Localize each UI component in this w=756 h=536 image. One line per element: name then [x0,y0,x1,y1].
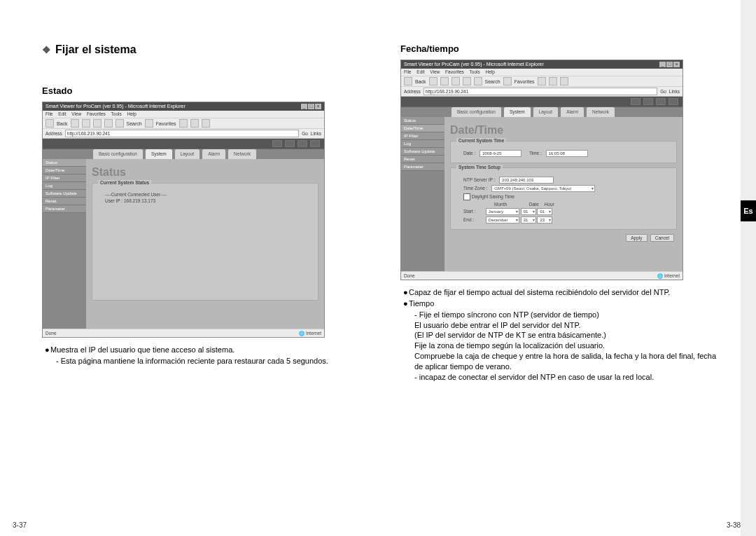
mail-icon[interactable] [549,77,557,85]
status-done: Done [404,273,415,278]
sidebar-item-parameter[interactable]: Parameter [401,163,444,171]
end-date-select[interactable]: 31 [521,217,536,224]
sidebar-item-status[interactable]: Status [401,117,444,125]
refresh-icon[interactable] [451,77,460,85]
right-page: Fecha/tiempo Smart Viewer for ProCam (ve… [393,14,743,383]
start-hour-select[interactable]: 01 [537,208,552,215]
sidebar-item-log[interactable]: Log [401,140,444,148]
bullet-dot: ● [403,287,409,298]
print-icon[interactable] [202,119,210,128]
banner-icon [643,98,653,105]
tab-alarm[interactable]: Alarm [561,107,584,117]
mail-icon[interactable] [190,119,199,128]
stop-icon[interactable] [82,119,90,128]
print-icon[interactable] [560,77,568,85]
sidebar: Status Date/Time IP Filter Log Software … [401,117,444,273]
ie-statusbar: Done 🌐 Internet [43,329,324,337]
start-month-select[interactable]: January [486,208,519,215]
bullet-dot: ● [45,345,50,355]
links-label[interactable]: Links [311,131,321,136]
end-month-select[interactable]: December [486,217,519,224]
tab-layout[interactable]: Layout [175,149,200,159]
search-label[interactable]: Search [485,79,500,84]
status-group: Current System Status ----Current Connec… [92,183,318,301]
back-icon[interactable] [404,77,412,85]
search-icon[interactable] [115,119,124,128]
address-input[interactable]: http://168.219.90.241 [424,88,657,95]
top-tabs: Basic configuration System Layout Alarm … [43,149,324,159]
tab-network[interactable]: Network [587,107,615,117]
favorites-icon[interactable] [145,119,153,128]
ntp-input[interactable]: 203.248.240.103 [499,177,554,184]
tab-layout[interactable]: Layout [533,107,559,117]
menu-file[interactable]: File [404,69,411,74]
back-label[interactable]: Back [57,121,68,126]
sidebar-item-ipfilter[interactable]: IP Filter [43,174,86,182]
refresh-icon[interactable] [93,119,102,128]
search-label[interactable]: Search [127,121,142,126]
forward-icon[interactable] [429,77,438,85]
tab-system[interactable]: System [504,107,531,117]
menu-edit[interactable]: Edit [58,111,66,116]
close-icon[interactable]: × [315,104,321,109]
back-icon[interactable] [46,119,54,128]
home-icon[interactable] [463,77,471,85]
address-label: Address [404,89,421,94]
tab-alarm[interactable]: Alarm [202,149,225,159]
sidebar-item-ipfilter[interactable]: IP Filter [401,132,444,140]
status-zone: 🌐 Internet [299,331,321,336]
status-done: Done [46,331,57,336]
close-icon[interactable]: × [673,62,680,67]
date-field[interactable]: 2008-9-25 [479,150,522,157]
menu-view[interactable]: View [430,69,440,74]
menu-edit[interactable]: Edit [416,69,424,74]
sidebar-item-datetime[interactable]: Date/Time [43,167,86,174]
favorites-label[interactable]: Favorites [514,79,535,84]
window-buttons: _□× [300,102,321,111]
sidebar-item-parameter[interactable]: Parameter [43,205,86,213]
menu-view[interactable]: View [71,111,81,116]
minimize-icon[interactable]: _ [659,62,666,67]
cancel-button[interactable]: Cancel [650,234,674,242]
start-date-select[interactable]: 01 [521,208,536,215]
sidebar-item-status[interactable]: Status [43,159,86,167]
tab-basic[interactable]: Basic configuration [93,149,143,159]
time-field[interactable]: 16:05:08 [546,150,588,157]
go-button[interactable]: Go [302,131,308,136]
links-label[interactable]: Links [669,89,680,94]
tz-select[interactable]: GMT+09 (Seoul, Osaka, Sapporo, Tokyo) [491,185,595,192]
address-input[interactable]: http://168.219.90.241 [65,130,299,137]
home-icon[interactable] [104,119,113,128]
menu-tools[interactable]: Tools [470,69,480,74]
sidebar-item-reset[interactable]: Reset [401,156,444,163]
sidebar-item-swupdate[interactable]: Software Update [401,148,444,156]
sidebar-item-swupdate[interactable]: Software Update [43,190,86,198]
minimize-icon[interactable]: _ [301,104,307,109]
maximize-icon[interactable]: □ [308,104,314,109]
back-label[interactable]: Back [415,79,426,84]
tab-system[interactable]: System [146,149,172,159]
apply-button[interactable]: Apply [626,234,647,242]
history-icon[interactable] [538,77,546,85]
menu-tools[interactable]: Tools [111,111,122,116]
end-hour-select[interactable]: 23 [537,217,552,224]
stop-icon[interactable] [440,77,449,85]
favorites-icon[interactable] [503,77,512,85]
menu-help[interactable]: Help [127,111,136,116]
menu-help[interactable]: Help [486,69,495,74]
menu-favorites[interactable]: Favorites [445,69,464,74]
search-icon[interactable] [474,77,482,85]
history-icon[interactable] [179,119,188,128]
menu-file[interactable]: File [46,111,52,116]
tab-basic[interactable]: Basic configuration [451,107,501,117]
menu-favorites[interactable]: Favorites [87,111,106,116]
maximize-icon[interactable]: □ [666,62,673,67]
sidebar-item-log[interactable]: Log [43,182,86,190]
sidebar-item-datetime[interactable]: Date/Time [401,125,444,132]
tab-network[interactable]: Network [228,149,256,159]
favorites-label[interactable]: Favorites [156,121,176,126]
go-button[interactable]: Go [660,89,666,94]
dst-checkbox[interactable] [463,193,470,200]
forward-icon[interactable] [71,119,79,128]
sidebar-item-reset[interactable]: Reset [43,198,86,205]
